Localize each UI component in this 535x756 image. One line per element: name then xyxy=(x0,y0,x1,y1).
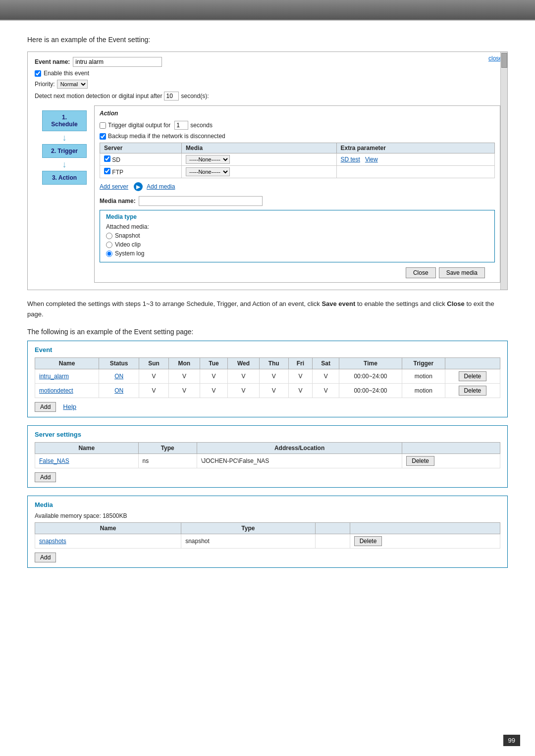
systemlog-radio[interactable] xyxy=(106,251,112,257)
add-server-link[interactable]: Add server xyxy=(100,183,128,190)
event-sun-cell: V xyxy=(139,369,169,383)
videoclip-row: Video clip xyxy=(106,241,488,248)
server-settings-box: Server settings Name Type Address/Locati… xyxy=(27,425,508,488)
server-delete-cell: Delete xyxy=(402,454,500,468)
event-name-link[interactable]: intru_alarm xyxy=(39,373,69,380)
detect-label: Detect next motion detection or digital … xyxy=(35,93,162,100)
event-status-value[interactable]: ON xyxy=(114,387,123,394)
event-wed-cell: V xyxy=(228,383,260,398)
media-col-extra xyxy=(315,522,350,534)
scrollbar[interactable] xyxy=(500,52,507,290)
event-status-cell: ON xyxy=(99,383,139,398)
event-add-btn[interactable]: Add xyxy=(35,402,56,412)
media-name-label: Media name: xyxy=(100,198,136,204)
trigger-label: Trigger digital output for xyxy=(108,122,170,129)
media-type-box: Media type Attached media: Snapshot Vide… xyxy=(100,210,495,262)
event-col-sat: Sat xyxy=(313,357,339,369)
ftp-row: FTP -----None----- xyxy=(100,166,495,178)
event-thu-cell: V xyxy=(259,369,288,383)
event-delete-cell: Delete xyxy=(445,383,500,398)
add-media-link[interactable]: Add media xyxy=(147,183,175,190)
step2-arrow: ↓ xyxy=(62,160,67,169)
between-line1: When completed the settings with steps 1… xyxy=(27,300,320,307)
sd-media-cell: -----None----- xyxy=(182,153,336,166)
intro-text: Here is an example of the Event setting: xyxy=(27,36,508,44)
ftp-checkbox[interactable] xyxy=(104,168,110,174)
scrollbar-thumb xyxy=(501,53,507,68)
main-columns: 1. Schedule ↓ 2. Trigger ↓ 3. Action Act… xyxy=(35,105,500,283)
event-help-link[interactable]: Help xyxy=(63,403,76,410)
snapshot-radio[interactable] xyxy=(106,233,112,239)
detect-input[interactable] xyxy=(164,92,179,101)
videoclip-radio[interactable] xyxy=(106,242,112,248)
enable-checkbox[interactable] xyxy=(35,70,41,77)
priority-label: Priority: xyxy=(35,81,55,88)
event-add-help-row: Add Help xyxy=(35,402,500,412)
trigger-checkbox[interactable] xyxy=(100,122,106,129)
event-name-link[interactable]: motiondetect xyxy=(39,387,73,394)
detect-row: Detect next motion detection or digital … xyxy=(35,92,500,101)
systemlog-label: System log xyxy=(115,250,144,257)
event-col-trigger: Trigger xyxy=(402,357,445,369)
event-col-tue: Tue xyxy=(200,357,227,369)
snapshot-row: Snapshot xyxy=(106,232,488,239)
media-col-action xyxy=(350,522,500,534)
attached-media-label: Attached media: xyxy=(106,223,488,230)
trigger-row: Trigger digital output for seconds xyxy=(100,121,495,130)
sd-checkbox[interactable] xyxy=(104,155,110,162)
sd-label: SD xyxy=(112,156,120,163)
event-delete-btn[interactable]: Delete xyxy=(459,386,487,396)
event-table-row: motiondetect ON V V V V V V V 00:00~24:0… xyxy=(35,383,500,398)
media-section-title: Media xyxy=(35,501,500,508)
sd-extra-cell: SD test View xyxy=(336,153,494,166)
media-delete-btn[interactable]: Delete xyxy=(354,536,382,546)
server-col-name: Name xyxy=(35,442,139,454)
backup-checkbox[interactable] xyxy=(100,133,106,140)
server-name-cell: False_NAS xyxy=(35,454,139,468)
media-name-input[interactable] xyxy=(139,196,263,206)
server-name-link[interactable]: False_NAS xyxy=(39,457,69,464)
between-text: When completed the settings with steps 1… xyxy=(27,299,508,320)
trigger-input[interactable] xyxy=(174,121,188,130)
event-table: Name Status Sun Mon Tue Wed Thu Fri Sat … xyxy=(35,357,500,398)
media-name-row: Media name: xyxy=(100,196,495,206)
backup-row: Backup media if the network is disconnec… xyxy=(100,133,495,140)
server-delete-btn[interactable]: Delete xyxy=(406,456,434,466)
event-fri-cell: V xyxy=(288,383,313,398)
close-button[interactable]: Close xyxy=(406,267,436,278)
media-name-link[interactable]: snapshots xyxy=(39,538,66,545)
event-name-cell: motiondetect xyxy=(35,383,99,398)
event-status-value[interactable]: ON xyxy=(114,373,123,380)
ftp-label: FTP xyxy=(112,169,123,176)
step2-box: 2. Trigger xyxy=(42,144,87,158)
server-col-action xyxy=(402,442,500,454)
server-add-btn[interactable]: Add xyxy=(35,472,56,482)
sd-cell: SD xyxy=(100,153,182,166)
event-col-mon: Mon xyxy=(168,357,200,369)
event-fri-cell: V xyxy=(288,369,313,383)
media-add-btn[interactable]: Add xyxy=(35,553,56,562)
sd-view-link[interactable]: View xyxy=(365,156,378,163)
event-section-box: Event Name Status Sun Mon Tue Wed Thu Fr… xyxy=(27,341,508,417)
event-col-name: Name xyxy=(35,357,99,369)
save-media-button[interactable]: Save media xyxy=(439,267,485,278)
top-bar xyxy=(0,0,535,20)
ftp-select[interactable]: -----None----- xyxy=(186,167,230,176)
col-server: Server xyxy=(100,143,182,153)
detect-unit: second(s): xyxy=(181,93,209,100)
ftp-media-cell: -----None----- xyxy=(182,166,336,178)
add-server-icon: ▶ xyxy=(134,182,143,191)
event-section-title: Event xyxy=(35,346,500,353)
media-name-cell: snapshots xyxy=(35,534,181,548)
available-memory: Available memory space: 18500KB xyxy=(35,512,500,519)
event-name-input[interactable] xyxy=(73,57,162,67)
event-dialog: close Event name: Enable this event Prio… xyxy=(27,51,508,290)
media-type-title: Media type xyxy=(106,213,488,220)
server-section-title: Server settings xyxy=(35,431,500,438)
server-table-row: False_NAS ns \JOCHEN-PC\False_NAS Delete xyxy=(35,454,500,468)
ftp-extra-cell xyxy=(336,166,494,178)
sd-test-link[interactable]: SD test xyxy=(341,156,360,163)
sd-select[interactable]: -----None----- xyxy=(186,155,230,164)
event-delete-btn[interactable]: Delete xyxy=(459,371,487,381)
priority-select[interactable]: Normal xyxy=(57,80,88,89)
